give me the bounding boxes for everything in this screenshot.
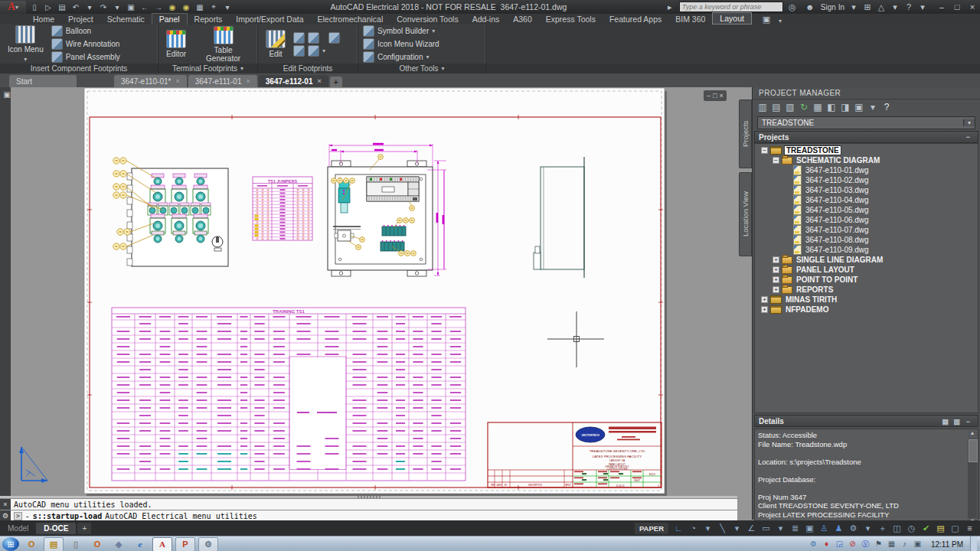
search-input[interactable]	[679, 2, 783, 12]
wire-annotation-button[interactable]: Wire Annotation	[51, 38, 120, 50]
palette-tab-projects[interactable]: Projects	[739, 99, 752, 168]
dyninput-dropdown-icon[interactable]: ▾	[773, 523, 788, 533]
command-chip-icon[interactable]: >	[14, 512, 22, 520]
configuration-button[interactable]: Configuration▾	[363, 51, 439, 63]
quick-properties-icon[interactable]: ◫	[890, 523, 904, 533]
isodraft-icon[interactable]: ∠	[744, 523, 759, 533]
taskbar-settings[interactable]: ⚙	[198, 537, 218, 551]
tree-item-single-line-diagram[interactable]: +SINGLE LINE DIAGRAM	[755, 255, 978, 265]
layout-tab-model[interactable]: Model	[0, 523, 36, 534]
delete-footprint-icon[interactable]	[293, 45, 305, 57]
bulb2-icon[interactable]: ◉	[179, 3, 193, 11]
tree-item-nfpademo[interactable]: +NFPADEMO	[755, 305, 978, 315]
tab-conversion-tools[interactable]: Conversion Tools	[390, 14, 465, 24]
panel-title-other-tools[interactable]: Other Tools▾	[358, 64, 486, 73]
customize-command-icon[interactable]: ⚙	[0, 510, 11, 521]
tree-item-3647-e110-08-dwg[interactable]: 3647-e110-08.dwg	[755, 235, 978, 245]
clock-icon[interactable]: ◷	[904, 523, 919, 533]
qat-dropdown-icon[interactable]: ▾	[220, 3, 234, 11]
workspace-gear-icon[interactable]: ⚙	[846, 523, 861, 533]
tab-project[interactable]: Project	[61, 14, 100, 24]
align-footprint-icon[interactable]	[308, 32, 319, 44]
refresh-icon[interactable]: ↻	[797, 102, 811, 112]
file-tab-start[interactable]: Start	[9, 75, 77, 87]
scroll-thumb[interactable]	[969, 439, 978, 462]
paper-space-button[interactable]: PAPER	[635, 523, 668, 534]
taskbar-movie[interactable]: ◆	[109, 538, 128, 551]
start-button[interactable]: ⊞	[2, 537, 19, 551]
taskbar-ie[interactable]: e	[131, 538, 149, 551]
plot-printer-icon[interactable]: ▤	[933, 523, 948, 533]
move-footprint-icon[interactable]	[293, 32, 305, 44]
taskbar-media[interactable]: O	[88, 538, 106, 551]
tree-item-3647-e110-01-dwg[interactable]: 3647-e110-01.dwg	[755, 165, 978, 175]
redo-dropdown-icon[interactable]: ▾	[110, 3, 124, 11]
close-icon[interactable]: ×	[247, 77, 250, 85]
file-tab-3647-e111-01[interactable]: 3647-e111-01×	[188, 75, 257, 87]
drawing-restore-button[interactable]: □	[713, 92, 717, 99]
expand-icon[interactable]: +	[773, 286, 779, 293]
tab-featured-apps[interactable]: Featured Apps	[603, 14, 668, 24]
edit-footprint-button[interactable]: Edit	[263, 29, 289, 59]
taskbar-autocad[interactable]: A	[152, 537, 172, 551]
tray-settings-icon[interactable]: ⚙	[807, 540, 820, 548]
help-dropdown-icon[interactable]: ▾	[916, 2, 929, 12]
collapse-projects-icon[interactable]: −	[962, 133, 974, 141]
save-icon[interactable]: ▤	[55, 3, 69, 11]
expand-icon[interactable]: +	[773, 266, 779, 273]
ribbon-display-icon[interactable]: ▣	[760, 15, 773, 24]
polar-dropdown-icon[interactable]: ▾	[701, 523, 715, 533]
tab-bim-360[interactable]: BIM 360	[668, 14, 712, 24]
polar-tracking-icon[interactable]: ◔	[686, 523, 701, 533]
exchange-apps-icon[interactable]: ⊞	[861, 2, 874, 12]
expand-icon[interactable]: +	[773, 256, 779, 263]
file-tab-3647-e112-01[interactable]: 3647-e112-01×	[259, 75, 328, 87]
toolbar-dropdown-icon[interactable]: ▾	[866, 102, 880, 112]
annotation-autoscale-icon[interactable]: ♟	[831, 523, 846, 533]
icon-menu-wizard-button[interactable]: Icon Menu Wizard	[363, 38, 439, 50]
swap-footprint-button[interactable]: ▾	[308, 45, 325, 57]
restore-button[interactable]: □	[949, 2, 965, 11]
tree-item-3647-e110-07-dwg[interactable]: 3647-e110-07.dwg	[755, 225, 978, 235]
tree-item-reports[interactable]: +REPORTS	[755, 285, 978, 295]
tree-item-point-to-point[interactable]: +POINT TO POINT	[755, 275, 978, 285]
alert-dropdown-icon[interactable]: ▾	[888, 2, 902, 12]
redo-icon[interactable]: ↷	[96, 3, 110, 11]
app-menu-button[interactable]: A▾	[0, 1, 26, 14]
table-generator-button[interactable]: Table Generator	[194, 25, 253, 64]
tree-item-treadstone[interactable]: −TREADSTONE	[755, 145, 978, 155]
selection-cycling-icon[interactable]: ▣	[802, 523, 817, 533]
dynamic-input-icon[interactable]: ▭	[759, 523, 773, 533]
active-project-dropdown[interactable]: TREADSTONE ▾	[757, 116, 975, 129]
preview-view-icon[interactable]: ▥	[951, 418, 962, 425]
plot-ok-icon[interactable]: ✔	[919, 523, 933, 533]
tab-import-export[interactable]: Import/Export Data	[229, 14, 310, 24]
settings-icon[interactable]: ▣	[852, 102, 866, 112]
taskbar-explorer[interactable]: ▤	[44, 537, 64, 551]
taskbar-notes[interactable]: ▯	[67, 538, 85, 551]
project-new-icon[interactable]: ▥	[756, 102, 769, 112]
taskbar-clock[interactable]: 12:11 PM	[925, 540, 969, 549]
undo-dropdown-icon[interactable]: ▾	[83, 3, 96, 11]
tree-item-3647-e110-06-dwg[interactable]: 3647-e110-06.dwg	[755, 215, 978, 225]
tab-electromechanical[interactable]: Electromechanical	[310, 14, 390, 24]
tab-home[interactable]: Home	[26, 14, 61, 24]
panel-title-terminal-footprints[interactable]: Terminal Footprints▾	[158, 64, 258, 73]
palette-tab-location-view[interactable]: Location View	[739, 172, 752, 256]
help-icon[interactable]: ?	[902, 2, 916, 11]
expand-icon[interactable]: +	[761, 306, 768, 313]
annotation-visibility-icon[interactable]: ♙	[817, 523, 831, 533]
command-input[interactable]: > - s::startup-load AutoCAD Electrical m…	[11, 510, 737, 521]
tree-item-3647-e110-05-dwg[interactable]: 3647-e110-05.dwg	[755, 205, 978, 215]
tree-item-3647-e110-03-dwg[interactable]: 3647-e110-03.dwg	[755, 185, 978, 195]
tray-security-icon[interactable]: ⊘	[846, 540, 859, 548]
sign-in-button[interactable]: Sign In	[821, 3, 844, 11]
chevron-down-icon[interactable]: ▾	[963, 119, 975, 126]
search-expand-icon[interactable]: ▸	[663, 2, 677, 12]
tab-schematic[interactable]: Schematic	[100, 14, 152, 24]
tab-reports[interactable]: Reports	[188, 14, 230, 24]
signin-avatar-icon[interactable]: ☻	[803, 2, 817, 11]
plot-icon[interactable]: ◨	[838, 102, 852, 112]
collapse-icon[interactable]: −	[761, 147, 768, 154]
new-file-icon[interactable]: ▯	[28, 3, 41, 11]
